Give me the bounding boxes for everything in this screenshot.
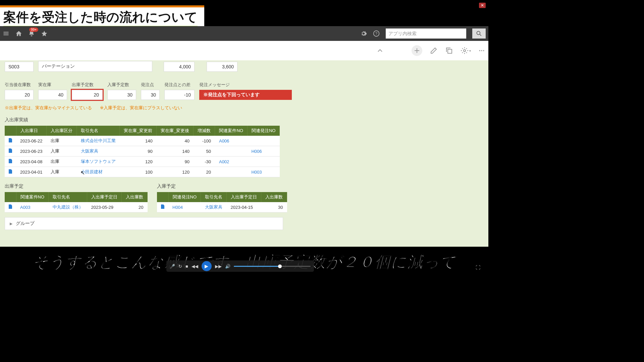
table-row[interactable]: 2023-06-23入庫大阪家具 9014050 H006	[5, 146, 280, 157]
th-date: 入出庫日	[16, 126, 47, 136]
seek-bar[interactable]	[234, 266, 311, 267]
th-out-caseno: 関連案件NO	[16, 192, 49, 202]
val-diff: -10	[164, 90, 195, 100]
th-in-date: 入出庫予定日	[227, 192, 261, 202]
product-name: パーテーション	[38, 61, 152, 72]
document-icon[interactable]	[9, 169, 12, 174]
forward-button[interactable]: ▶▶	[215, 264, 222, 269]
history-table: 入出庫日 入出庫区分 取引先名 実在庫_変更前 実在庫_変更後 増減数 関連案件…	[5, 126, 280, 177]
table-row[interactable]: H004大阪家具2023-04-1530	[157, 202, 287, 213]
th-out-partner: 取引先名	[49, 192, 87, 202]
app-search[interactable]	[386, 28, 466, 39]
svg-point-7	[483, 50, 484, 51]
price-1: 4,000	[164, 62, 195, 72]
inplan-section-title: 入庫予定	[157, 183, 287, 189]
close-icon[interactable]: ✕	[479, 3, 486, 8]
val-allocated: 20	[5, 90, 34, 100]
th-delta: 増減数	[194, 126, 215, 136]
copy-button[interactable]	[445, 47, 453, 55]
chevron-right-icon: ▶	[10, 222, 12, 226]
group-accordion[interactable]: ▶ グループ	[5, 217, 283, 230]
svg-rect-3	[448, 49, 452, 53]
record-body: S003 パーテーション 4,000 3,600 引当後在庫数20 実在庫40 …	[0, 60, 488, 247]
svg-point-4	[464, 50, 466, 52]
label-allocated: 引当後在庫数	[5, 82, 34, 88]
slide-title: 案件を受注した時の流れについて	[3, 9, 198, 28]
hamburger-icon[interactable]	[3, 30, 9, 37]
val-outplan: 20	[72, 90, 103, 100]
document-icon[interactable]	[161, 204, 164, 209]
reorder-alert: ※発注点を下回っています	[199, 90, 292, 100]
svg-point-2	[477, 31, 480, 35]
label-diff: 発注点との差	[164, 82, 195, 88]
label-reorder: 発注点	[141, 82, 160, 88]
outplan-section-title: 出庫予定	[5, 183, 148, 189]
table-row[interactable]: 2023-04-01入庫小田原建材 10012020 H003	[5, 167, 280, 177]
more-icon[interactable]	[478, 47, 485, 54]
val-actual: 40	[38, 90, 67, 100]
product-code: S003	[5, 62, 34, 72]
th-in-qty: 入出庫数	[261, 192, 287, 202]
volume-icon[interactable]: 🔊	[225, 264, 230, 269]
group-label: グループ	[16, 221, 35, 226]
table-row[interactable]: 2023-06-22出庫株式会社中川工業 14040-100 A006	[5, 136, 280, 146]
th-out-qty: 入出庫数	[122, 192, 148, 202]
th-after: 実在庫_変更後	[157, 126, 194, 136]
notification-badge: 99+	[29, 27, 38, 32]
document-icon[interactable]	[9, 159, 12, 163]
record-toolbar: ▾	[0, 41, 488, 60]
search-button[interactable]	[472, 28, 486, 39]
fullscreen-icon[interactable]: ⛶	[476, 265, 480, 270]
document-icon[interactable]	[9, 148, 12, 153]
collapse-icon[interactable]	[376, 47, 384, 55]
home-icon[interactable]	[15, 30, 22, 37]
app-topbar: 99+ ?	[0, 26, 488, 41]
label-msg: 発注メッセージ	[199, 82, 292, 88]
th-partner: 取引先名	[77, 126, 120, 136]
loop-icon[interactable]: ↻	[178, 264, 182, 269]
outplan-table: 関連案件NO 取引先名 入出庫予定日 入出庫数 A003中丸建設（株）2023-…	[5, 192, 148, 213]
val-reorder: 30	[141, 90, 160, 100]
stop-button[interactable]: ■	[185, 264, 188, 269]
document-icon[interactable]	[9, 138, 12, 142]
th-caseno: 関連案件NO	[215, 126, 248, 136]
th-in-orderno: 関連発注NO	[168, 192, 201, 202]
rewind-button[interactable]: ◀◀	[192, 264, 198, 269]
search-input[interactable]	[386, 31, 453, 36]
th-before: 実在庫_変更前	[120, 126, 157, 136]
th-orderno: 関連発注NO	[247, 126, 280, 136]
label-actual: 実在庫	[38, 82, 67, 88]
table-row[interactable]: 2023-04-08出庫塚本ソフトウェア 12090-30 A002	[5, 157, 280, 167]
edit-button[interactable]	[430, 47, 438, 55]
help-icon[interactable]: ?	[373, 30, 380, 37]
th-in-partner: 取引先名	[201, 192, 227, 202]
notifications-icon[interactable]: 99+	[28, 30, 35, 37]
video-player-controls: 🎤 ↻ ■ ◀◀ ▶ ▶▶ 🔊	[166, 260, 314, 272]
inplan-table: 関連発注NO 取引先名 入出庫予定日 入出庫数 H004大阪家具2023-04-…	[157, 192, 287, 213]
th-kind: 入出庫区分	[47, 126, 77, 136]
gear-icon[interactable]	[360, 30, 367, 37]
note-inplan: ※入庫予定は、実在庫にプラスしていない	[100, 105, 182, 110]
th-out-date: 入出庫予定日	[87, 192, 122, 202]
svg-text:?: ?	[375, 31, 378, 36]
val-inplan: 30	[107, 90, 136, 100]
price-2: 3,600	[207, 62, 237, 72]
settings-dropdown[interactable]: ▾	[461, 47, 471, 55]
add-button[interactable]	[412, 45, 422, 56]
svg-point-5	[479, 50, 480, 51]
label-outplan: 出庫予定数	[72, 82, 103, 88]
star-icon[interactable]	[41, 30, 48, 37]
document-icon[interactable]	[9, 204, 12, 209]
play-button[interactable]: ▶	[202, 261, 212, 271]
svg-point-6	[481, 50, 482, 51]
history-section-title: 入出庫実績	[5, 117, 484, 123]
mic-icon[interactable]: 🎤	[170, 264, 175, 269]
label-inplan: 入庫予定数	[107, 82, 136, 88]
table-row[interactable]: A003中丸建設（株）2023-05-2920	[5, 202, 148, 213]
note-outplan: ※出庫予定は、実在庫からマイナスしている	[5, 105, 92, 110]
